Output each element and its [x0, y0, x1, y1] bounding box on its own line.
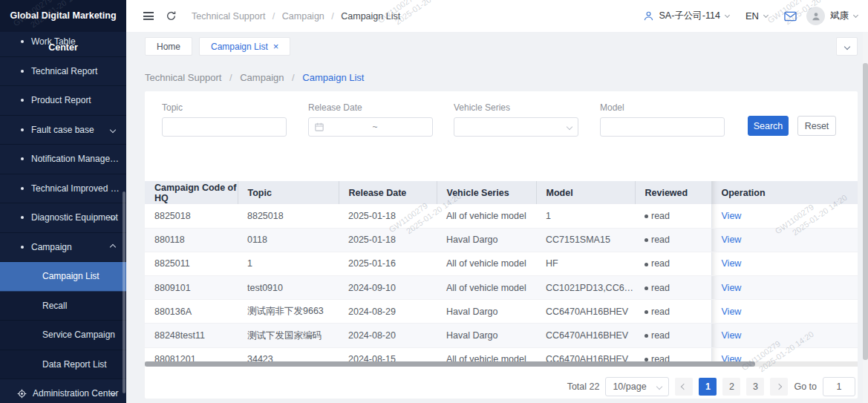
close-icon[interactable]: × — [273, 42, 279, 51]
column-header: Reviewed — [635, 181, 711, 204]
campaign-code-cell: 88081201 — [145, 347, 238, 361]
model-input[interactable] — [600, 117, 725, 137]
column-header: Vehicle Series — [437, 181, 536, 204]
vertical-scrollbar-thumb[interactable] — [863, 63, 868, 360]
chevron-left-icon — [681, 384, 687, 390]
sidebar-item-technical-improved[interactable]: Technical Improved … — [0, 174, 126, 204]
pagination: Total 22 10/page 123 Go to — [567, 377, 855, 396]
breadcrumb-item[interactable]: Campaign — [240, 72, 284, 83]
vehicle-series-cell: Haval Dargo — [437, 324, 536, 347]
table-row: 88081201 34423 2024-08-15 All of vehicle… — [145, 347, 858, 361]
bullet-icon — [21, 70, 24, 73]
release-date-cell: 2025-01-16 — [339, 252, 437, 275]
topbar: Technical Support / Campaign / Campaign … — [126, 0, 868, 32]
view-link[interactable]: View — [722, 211, 742, 221]
chevron-down-icon[interactable] — [763, 12, 769, 17]
date-range-separator: ~ — [324, 122, 426, 132]
chevron-up-icon — [110, 244, 116, 250]
next-page-button[interactable] — [770, 378, 788, 396]
breadcrumb-separator: / — [331, 11, 333, 22]
language-selector[interactable]: EN — [745, 10, 759, 22]
topic-cell: 8825018 — [238, 204, 339, 228]
filter-bar: Topic Release Date ~ Vehicle Series Mode… — [145, 91, 858, 181]
topic-cell: 0118 — [238, 228, 339, 252]
view-link[interactable]: View — [722, 330, 742, 341]
sidebar-item-product-report[interactable]: Product Report — [0, 86, 126, 116]
sidebar-item-recall[interactable]: Recall — [0, 292, 126, 321]
sidebar-item-label: Technical Report — [31, 66, 97, 76]
page-number-1[interactable]: 1 — [699, 378, 717, 396]
page-number-2[interactable]: 2 — [722, 378, 740, 396]
horizontal-scrollbar[interactable] — [145, 361, 858, 367]
view-link[interactable]: View — [722, 283, 742, 293]
sidebar-item-campaign[interactable]: Campaign — [0, 233, 126, 263]
column-header: Release Date — [339, 181, 437, 204]
column-header: Operation — [711, 181, 858, 204]
sidebar-item-campaign-list[interactable]: Campaign List — [0, 262, 126, 292]
collapse-menu-icon[interactable] — [141, 9, 156, 24]
release-date-input[interactable]: ~ — [308, 117, 433, 137]
table-row: 88248test11 测试下发国家编码 2024-08-20 Haval Da… — [145, 324, 858, 347]
campaign-code-cell: 8825018 — [145, 204, 238, 228]
release-date-label: Release Date — [308, 102, 433, 113]
chevron-down-icon[interactable] — [853, 12, 858, 17]
refresh-icon[interactable] — [163, 9, 178, 24]
breadcrumb-item[interactable]: Campaign — [282, 11, 324, 22]
reset-button[interactable]: Reset — [797, 116, 836, 136]
view-link[interactable]: View — [722, 235, 742, 245]
chevron-down-icon[interactable] — [725, 12, 730, 17]
view-link[interactable]: View — [722, 258, 742, 269]
sidebar-item-fault-case-base[interactable]: Fault case base — [0, 116, 126, 145]
goto-input[interactable] — [823, 377, 855, 396]
breadcrumb-item[interactable]: Technical Support — [145, 72, 221, 83]
vehicle-series-select[interactable] — [454, 117, 578, 137]
mail-icon[interactable] — [784, 11, 797, 22]
tab-campaign-list[interactable]: Campaign List× — [199, 37, 290, 56]
topbar-breadcrumb: Technical Support / Campaign / Campaign … — [192, 11, 400, 22]
operation-cell: View — [711, 347, 858, 361]
operation-cell: View — [711, 324, 858, 347]
column-header: Topic — [238, 181, 339, 204]
column-header: Campaign Code of HQ — [145, 181, 238, 204]
model-cell: CC6470AH16BHEV — [536, 347, 635, 361]
page-number-3[interactable]: 3 — [746, 378, 764, 396]
status-dot-icon — [645, 334, 648, 338]
release-date-cell: 2024-08-20 — [339, 324, 437, 347]
sidebar-item-service-campaign[interactable]: Service Campaign — [0, 321, 126, 350]
vehicle-series-cell: All of vehicle model — [437, 252, 536, 275]
search-button[interactable]: Search — [748, 116, 789, 136]
prev-page-button[interactable] — [675, 378, 693, 396]
reviewed-cell: read — [635, 276, 711, 300]
tab-home[interactable]: Home — [145, 37, 192, 56]
breadcrumb-item[interactable]: Technical Support — [192, 11, 265, 22]
page-size-select[interactable]: 10/page — [605, 377, 669, 396]
view-link[interactable]: View — [722, 307, 742, 317]
status-dot-icon — [645, 310, 648, 314]
avatar[interactable] — [806, 7, 825, 25]
tabs-dropdown-button[interactable] — [836, 37, 858, 56]
bullet-icon — [21, 216, 24, 219]
sidebar-item-data-report-list[interactable]: Data Report List — [0, 350, 126, 380]
bullet-icon — [21, 128, 24, 131]
breadcrumb-item-current: Campaign List — [341, 11, 400, 22]
vehicle-series-cell: All of vehicle model — [437, 347, 536, 361]
sidebar-item-label: Campaign List — [42, 271, 99, 281]
sidebar-scrollbar[interactable] — [123, 191, 125, 393]
model-cell: CC1021PD13,CC6470… — [536, 276, 635, 300]
breadcrumb-separator: / — [292, 72, 295, 83]
reviewed-cell: read — [635, 252, 711, 275]
horizontal-scrollbar-thumb[interactable] — [145, 361, 755, 367]
org-selector[interactable]: SA-子公司-114 — [659, 10, 720, 22]
sidebar-item-administration-center[interactable]: Administration Center — [0, 379, 126, 403]
vertical-scrollbar[interactable] — [863, 32, 868, 403]
sidebar-item-notification-manage[interactable]: Notification Manage… — [0, 145, 126, 174]
topic-input[interactable] — [162, 117, 287, 137]
vehicle-series-cell: Haval Dargo — [437, 300, 536, 324]
sidebar-item-diagnostic-equipment[interactable]: Diagnostic Equipment — [0, 203, 126, 233]
sidebar: Global Digital Marketing Center Work Tab… — [0, 0, 126, 403]
bullet-icon — [21, 246, 24, 249]
status-dot-icon — [645, 238, 648, 242]
chevron-right-icon — [776, 384, 782, 390]
username[interactable]: 斌康 — [830, 10, 849, 22]
view-link[interactable]: View — [722, 354, 742, 361]
